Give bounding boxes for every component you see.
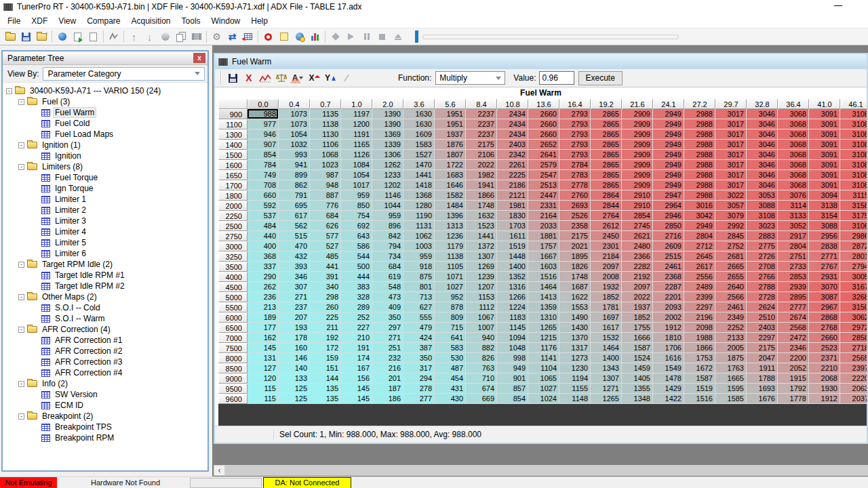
- table-cell[interactable]: 1359: [528, 302, 559, 312]
- tree-item[interactable]: Limiter 2: [3, 205, 208, 216]
- table-cell[interactable]: 643: [341, 231, 372, 241]
- row-header[interactable]: 7500: [218, 343, 248, 353]
- table-cell[interactable]: 1875: [715, 353, 747, 363]
- table-cell[interactable]: 3022: [715, 190, 747, 201]
- table-cell[interactable]: 2621: [622, 231, 653, 241]
- function-select[interactable]: Multiply: [435, 71, 505, 85]
- table-cell[interactable]: 127: [248, 363, 279, 373]
- table-cell[interactable]: 1400: [591, 353, 622, 363]
- table-cell[interactable]: 537: [248, 211, 279, 221]
- row-header[interactable]: 5000: [218, 292, 248, 302]
- table-cell[interactable]: 2760: [559, 190, 591, 201]
- table-cell[interactable]: 1368: [403, 190, 435, 201]
- table-cell[interactable]: 3076: [778, 190, 809, 201]
- row-header[interactable]: 1800: [218, 190, 248, 201]
- table-cell[interactable]: 2237: [466, 109, 497, 119]
- table-cell[interactable]: 949: [497, 363, 528, 373]
- table-cell[interactable]: 2399: [684, 292, 715, 302]
- table-cell[interactable]: 2949: [653, 160, 684, 170]
- table-cell[interactable]: 1176: [528, 343, 559, 353]
- table-cell[interactable]: 189: [248, 312, 279, 323]
- table-cell[interactable]: 3108: [840, 140, 867, 150]
- table-cell[interactable]: 3091: [809, 150, 840, 160]
- table-cell[interactable]: 2252: [715, 323, 747, 333]
- table-cell[interactable]: 237: [279, 302, 310, 312]
- table-cell[interactable]: 1148: [559, 394, 591, 404]
- table-cell[interactable]: 2988: [684, 129, 715, 140]
- table-cell[interactable]: 763: [466, 363, 497, 373]
- table-cell[interactable]: 2447: [528, 190, 559, 201]
- table-cell[interactable]: 3108: [840, 160, 867, 170]
- table-cell[interactable]: 882: [466, 343, 497, 353]
- table-cell[interactable]: 2186: [497, 180, 528, 190]
- table-cell[interactable]: 2645: [684, 251, 715, 262]
- scroll-track[interactable]: [225, 465, 868, 476]
- row-header[interactable]: 8500: [218, 363, 248, 373]
- table-cell[interactable]: 174: [341, 353, 372, 363]
- table-cell[interactable]: 2612: [591, 221, 622, 231]
- table-cell[interactable]: 2037: [840, 394, 867, 404]
- collapse-icon[interactable]: -: [18, 99, 24, 105]
- table-cell[interactable]: 1307: [466, 251, 497, 262]
- table-cell[interactable]: 1339: [372, 140, 403, 150]
- table-cell[interactable]: 3042: [684, 211, 715, 221]
- table-cell[interactable]: 2681: [715, 251, 747, 262]
- table-cell[interactable]: 2021: [559, 241, 591, 251]
- table-cell[interactable]: 1048: [497, 343, 528, 353]
- table-cell[interactable]: 1135: [310, 109, 341, 119]
- table-cell[interactable]: 1352: [497, 272, 528, 282]
- table-cell[interactable]: 1313: [435, 221, 466, 231]
- table-cell[interactable]: 430: [435, 394, 466, 404]
- table-cell[interactable]: 3106: [840, 221, 867, 231]
- table-cell[interactable]: 2949: [684, 221, 715, 231]
- tree-folder[interactable]: -30400-K59J-A71 --- VARIO 150 (24): [3, 85, 208, 96]
- row-header[interactable]: 2750: [218, 231, 248, 241]
- table-cell[interactable]: 1524: [622, 353, 653, 363]
- table-cell[interactable]: 3108: [840, 129, 867, 140]
- table-cell[interactable]: 346: [279, 272, 310, 282]
- table-cell[interactable]: 193: [279, 323, 310, 333]
- table-cell[interactable]: 1981: [497, 201, 528, 211]
- table-cell[interactable]: 826: [466, 353, 497, 363]
- table-cell[interactable]: 115: [248, 384, 279, 394]
- tree-item[interactable]: Ign Torque: [3, 183, 208, 194]
- col-header[interactable]: 5.6: [435, 99, 466, 109]
- move-up-icon[interactable]: ↑: [126, 29, 142, 44]
- table-cell[interactable]: 1666: [622, 333, 653, 343]
- table-cell[interactable]: 3094: [809, 190, 840, 201]
- row-header[interactable]: 9000: [218, 373, 248, 384]
- tree-item[interactable]: AFR Correction #2: [3, 346, 208, 357]
- table-cell[interactable]: 3138: [809, 201, 840, 211]
- table-cell[interactable]: 1236: [435, 231, 466, 241]
- table-cell[interactable]: 1616: [653, 353, 684, 363]
- tree-item[interactable]: Breakpoint RPM: [3, 432, 208, 443]
- table-cell[interactable]: 1265: [591, 394, 622, 404]
- menu-compare[interactable]: Compare: [81, 15, 125, 27]
- table-cell[interactable]: 3154: [809, 211, 840, 221]
- table-cell[interactable]: 1587: [622, 343, 653, 353]
- table-cell[interactable]: 952: [435, 292, 466, 302]
- collapse-icon[interactable]: -: [18, 142, 24, 148]
- table-cell[interactable]: 207: [279, 312, 310, 323]
- table-cell[interactable]: 159: [310, 353, 341, 363]
- table-cell[interactable]: 2865: [591, 170, 622, 180]
- table-cell[interactable]: 3068: [778, 109, 809, 119]
- table-cell[interactable]: 2988: [684, 150, 715, 160]
- table-cell[interactable]: 1032: [279, 140, 310, 150]
- table-cell[interactable]: 2783: [559, 170, 591, 180]
- table-cell[interactable]: 3068: [778, 160, 809, 170]
- table-cell[interactable]: 1622: [559, 292, 591, 302]
- col-header[interactable]: 24.1: [653, 99, 684, 109]
- table-cell[interactable]: 617: [279, 211, 310, 221]
- table-cell[interactable]: 2237: [466, 119, 497, 129]
- table-cell[interactable]: 1470: [403, 160, 435, 170]
- table-cell[interactable]: 2895: [778, 292, 809, 302]
- settings-gears-icon[interactable]: ⚙: [209, 29, 224, 44]
- table-cell[interactable]: 2909: [622, 170, 653, 180]
- row-header[interactable]: 4500: [218, 282, 248, 292]
- col-header[interactable]: 2.0: [372, 99, 403, 109]
- delete-x-icon[interactable]: X: [241, 70, 257, 85]
- table-cell[interactable]: 2752: [715, 241, 747, 251]
- table-cell[interactable]: 431: [435, 384, 466, 394]
- table-cell[interactable]: 145: [248, 343, 279, 353]
